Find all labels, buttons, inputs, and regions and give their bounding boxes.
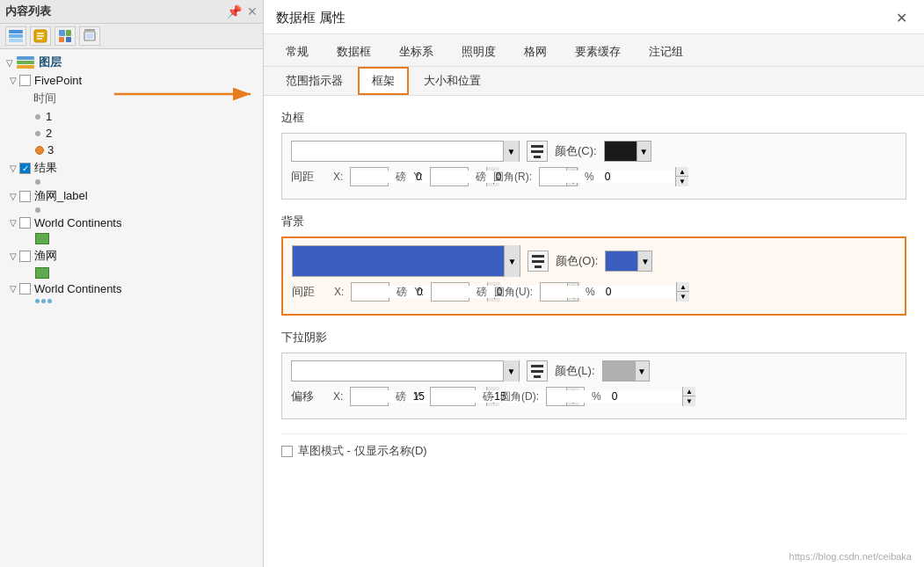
bg-edit-button[interactable] — [527, 251, 549, 272]
sym-green-square2 — [35, 267, 49, 279]
tree-item-world1[interactable]: ▽ World Continents — [0, 214, 263, 231]
tab-annotation[interactable]: 注记组 — [636, 38, 696, 66]
tree-root-layers[interactable]: ▽ 图层 — [0, 53, 263, 72]
checkbox-fivepoint[interactable] — [19, 75, 31, 86]
bg-spacing-label: 间距 — [292, 284, 327, 300]
tree-item-time1[interactable]: 1 — [0, 108, 263, 125]
sym-result — [35, 179, 40, 185]
expand-layers-icon: ▽ — [4, 56, 16, 69]
dialog-content: 边框 ▼ 颜色(C): ▼ — [264, 96, 924, 567]
shadow-corner-spinbox[interactable]: ▲ ▼ — [546, 387, 585, 406]
background-box: ▼ 颜色(O): ▼ 间距 X: — [281, 236, 906, 316]
tree-item-time: 时间 — [0, 89, 263, 108]
shadow-corner-up[interactable]: ▲ — [683, 387, 695, 396]
shadow-color-swatch[interactable]: ▼ — [602, 360, 650, 382]
shadow-y-spinbox[interactable]: ▲ ▼ — [430, 387, 476, 406]
bg-y-spinbox[interactable]: ▲ ▼ — [431, 282, 469, 302]
tree-item-yuwang-label-sym — [0, 206, 263, 214]
tab-grid[interactable]: 格网 — [511, 38, 560, 66]
shadow-edit-button[interactable] — [527, 360, 548, 382]
bg-fill-select[interactable]: ▼ — [292, 245, 520, 277]
svg-rect-7 — [59, 30, 65, 36]
tree-item-result-sym — [0, 178, 263, 186]
border-color-preview — [605, 142, 637, 161]
tab-size-position[interactable]: 大小和位置 — [411, 68, 494, 94]
tab-range-indicator[interactable]: 范围指示器 — [273, 68, 356, 94]
toolbar — [0, 24, 263, 49]
border-x-spinbox[interactable]: ▲ ▼ — [350, 167, 389, 186]
shadow-dropdown[interactable]: ▼ — [291, 360, 520, 382]
right-panel: 数据框 属性 ✕ 常规 数据框 坐标系 照明度 格网 要素缓存 注记组 范围指示… — [264, 0, 924, 567]
tab-illumination[interactable]: 照明度 — [448, 38, 509, 66]
tree-item-time3[interactable]: 3 — [0, 142, 263, 158]
bg-corner-down[interactable]: ▼ — [677, 292, 689, 302]
border-corner-arrows[interactable]: ▲ ▼ — [675, 167, 688, 186]
bg-color-swatch[interactable]: ▼ — [605, 251, 652, 272]
tree-item-time2[interactable]: 2 — [0, 125, 263, 142]
shadow-box: ▼ 颜色(L): ▼ 偏移 X: — [281, 353, 906, 419]
tab-general[interactable]: 常规 — [273, 38, 322, 66]
checkbox-result[interactable]: ✓ — [19, 163, 31, 174]
border-y-label: Y: — [413, 171, 423, 183]
bg-corner-spinbox[interactable]: ▲ ▼ — [540, 282, 578, 302]
toolbar-btn-1[interactable] — [5, 26, 26, 46]
tab-frame[interactable]: 框架 — [358, 67, 409, 95]
bg-corner-up[interactable]: ▲ — [677, 282, 689, 292]
shadow-x-spinbox[interactable]: ▲ ▼ — [350, 387, 389, 406]
tab-coordinate[interactable]: 坐标系 — [386, 38, 447, 66]
shadow-corner-value[interactable] — [547, 390, 682, 403]
border-edit-button[interactable] — [527, 141, 548, 162]
bg-fill-arrow[interactable]: ▼ — [504, 245, 520, 277]
sym-dot-grey1 — [35, 114, 40, 120]
border-y-unit: 磅 — [476, 170, 486, 185]
border-dropdown[interactable]: ▼ — [291, 141, 520, 162]
close-dialog-button[interactable]: ✕ — [891, 7, 912, 28]
border-corner-spinbox[interactable]: ▲ ▼ — [539, 167, 578, 186]
checkbox-yuwang[interactable] — [19, 251, 31, 262]
shadow-corner-arrows[interactable]: ▲ ▼ — [682, 387, 695, 406]
tree-item-yuwang[interactable]: ▽ 渔网 — [0, 246, 263, 265]
expand-fivepoint-icon: ▽ — [7, 75, 19, 87]
border-dropdown-row: ▼ 颜色(C): ▼ — [291, 141, 897, 162]
border-corner-up[interactable]: ▲ — [676, 167, 688, 177]
shadow-corner-down[interactable]: ▼ — [683, 396, 695, 406]
sketch-mode-checkbox[interactable] — [281, 446, 293, 457]
bg-color-arrow[interactable]: ▼ — [637, 251, 651, 271]
background-section: 背景 ▼ 颜色(O): ▼ — [281, 214, 906, 316]
layers-root-label: 图层 — [39, 55, 62, 70]
border-color-swatch[interactable]: ▼ — [604, 141, 651, 162]
checkbox-world2[interactable] — [19, 283, 31, 294]
pin-icon[interactable]: 📌 — [227, 4, 242, 18]
checkbox-yuwang-label[interactable] — [19, 191, 31, 202]
border-corner-down[interactable]: ▼ — [676, 177, 688, 186]
bg-corner-arrows[interactable]: ▲ ▼ — [676, 282, 689, 302]
tab-feature-cache[interactable]: 要素缓存 — [562, 38, 634, 66]
shadow-color-preview — [603, 361, 635, 381]
toolbar-btn-3[interactable] — [55, 26, 76, 46]
close-panel-icon[interactable]: ✕ — [247, 4, 258, 18]
time-label: 时间 — [33, 91, 56, 106]
toolbar-btn-4[interactable] — [79, 26, 100, 46]
tab-dataframe[interactable]: 数据框 — [324, 38, 384, 66]
tree-item-result[interactable]: ▽ ✓ 结果 — [0, 158, 263, 178]
tree-item-fivepoint[interactable]: ▽ FivePoint — [0, 72, 263, 89]
shadow-color-arrow[interactable]: ▼ — [635, 361, 649, 381]
shadow-dropdown-arrow[interactable]: ▼ — [503, 360, 519, 382]
shadow-dropdown-input[interactable] — [292, 361, 503, 381]
tree-item-yuwang-label[interactable]: ▽ 渔网_label — [0, 186, 263, 206]
tree-item-world2[interactable]: ▽ World Continents — [0, 280, 263, 297]
watermark: https://blog.csdn.net/ceibaka — [789, 551, 912, 562]
border-corner-value[interactable] — [540, 171, 675, 183]
bg-x-spinbox[interactable]: ▲ ▼ — [351, 282, 389, 302]
yuwang-text: 渔网 — [34, 248, 57, 264]
border-dropdown-arrow[interactable]: ▼ — [503, 141, 519, 162]
border-spacing-label: 间距 — [291, 169, 326, 185]
background-title: 背景 — [281, 214, 906, 229]
border-color-arrow[interactable]: ▼ — [637, 142, 651, 161]
toolbar-btn-2[interactable] — [30, 26, 51, 46]
border-dropdown-input[interactable] — [292, 142, 503, 161]
bg-corner-value[interactable] — [541, 286, 676, 298]
sketch-mode-label: 草图模式 - 仅显示名称(D) — [298, 443, 427, 459]
border-y-spinbox[interactable]: ▲ ▼ — [430, 167, 469, 186]
checkbox-world1[interactable] — [19, 217, 31, 229]
